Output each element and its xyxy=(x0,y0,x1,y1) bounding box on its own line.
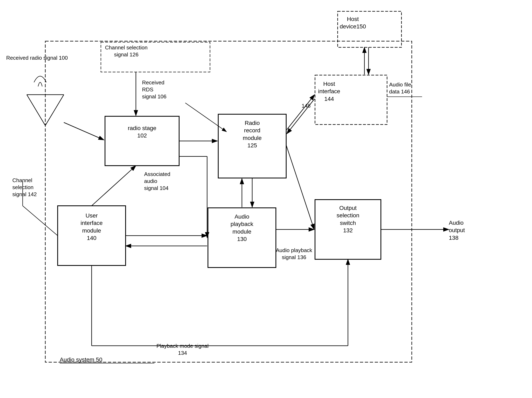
svg-line-6 xyxy=(64,122,104,140)
audio-playback-sig-label: Audio playbacksignal 136 xyxy=(276,247,312,261)
playback-mode-label: Playback mode signal134 xyxy=(157,343,209,357)
svg-line-15 xyxy=(287,95,315,130)
svg-line-18 xyxy=(286,145,314,230)
svg-line-0 xyxy=(27,95,45,125)
radio-stage-box xyxy=(105,116,179,166)
radio-record-label: Radiorecordmodule125 xyxy=(220,119,284,149)
audio-output-label: Audiooutput138 xyxy=(449,219,465,242)
svg-line-26 xyxy=(23,206,58,236)
radio-stage-label: radio stage102 xyxy=(107,124,177,140)
signal-148-label: 148 xyxy=(302,102,310,110)
user-interface-label: Userinterfacemodule140 xyxy=(60,212,124,242)
svg-line-23 xyxy=(92,166,136,206)
assoc-audio-label: Associatedaudiosignal 104 xyxy=(144,171,170,192)
channel-sel-142-label: Channelselectionsignal 142 xyxy=(12,177,37,198)
diagram-container: Received radio signal 100 Channel select… xyxy=(0,0,532,398)
received-rds-label: ReceivedRDSsignal 106 xyxy=(142,79,167,100)
received-radio-label: Received radio signal 100 xyxy=(6,55,68,62)
output-switch-label: Outputselectionswitch132 xyxy=(317,204,379,234)
audio-playback-label: Audioplaybackmodule130 xyxy=(210,213,274,243)
audio-system-label: Audio system 50 xyxy=(60,356,102,363)
channel-sel-126-label: Channel selectionsignal 126 xyxy=(105,44,148,58)
svg-line-1 xyxy=(45,95,64,125)
audio-system-border xyxy=(45,41,412,362)
audio-file-data-label: Audio filedata 146 xyxy=(389,81,411,95)
block-diagram-svg xyxy=(0,0,532,398)
host-device-label: Hostdevice150 xyxy=(340,15,366,31)
host-interface-label: Hostinterface144 xyxy=(318,80,340,103)
